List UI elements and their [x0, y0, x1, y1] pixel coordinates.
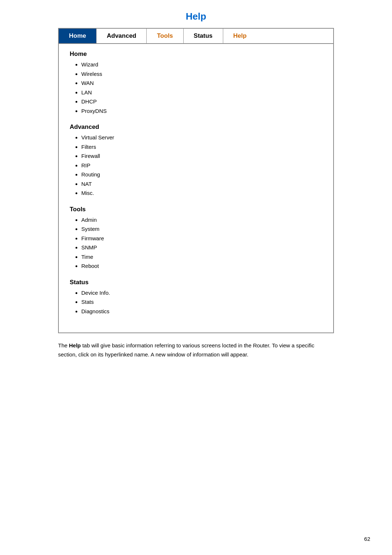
list-item[interactable]: SNMP	[81, 243, 322, 252]
list-item[interactable]: Admin	[81, 215, 322, 225]
section-list-advanced: Virtual Server Filters Firewall RIP Rout…	[70, 133, 322, 198]
section-advanced: Advanced Virtual Server Filters Firewall…	[70, 123, 322, 198]
list-item[interactable]: Virtual Server	[81, 133, 322, 142]
section-title-home: Home	[70, 50, 322, 58]
nav-item-status[interactable]: Status	[184, 29, 223, 43]
list-item[interactable]: Time	[81, 252, 322, 262]
list-item[interactable]: RIP	[81, 161, 322, 170]
main-container: Home Advanced Tools Status Help Home Wiz…	[58, 28, 334, 359]
list-item[interactable]: Wizard	[81, 60, 322, 69]
page-title: Help	[0, 0, 392, 28]
description-bold: Help	[69, 342, 81, 348]
section-title-advanced: Advanced	[70, 123, 322, 131]
list-item[interactable]: Firewall	[81, 151, 322, 161]
list-item[interactable]: NAT	[81, 179, 322, 189]
list-item[interactable]: Firmware	[81, 234, 322, 243]
nav-item-advanced[interactable]: Advanced	[97, 29, 147, 43]
section-tools: Tools Admin System Firmware SNMP Time Re…	[70, 206, 322, 271]
list-item[interactable]: Reboot	[81, 261, 322, 271]
nav-item-home[interactable]: Home	[59, 29, 97, 43]
content-box: Home Wizard Wireless WAN LAN DHCP ProxyD…	[58, 44, 334, 333]
description-text: The Help tab will give basic information…	[58, 341, 334, 359]
list-item[interactable]: System	[81, 224, 322, 234]
section-list-status: Device Info. Stats Diagnostics	[70, 288, 322, 316]
list-item[interactable]: Filters	[81, 142, 322, 152]
list-item[interactable]: WAN	[81, 78, 322, 88]
list-item[interactable]: Misc.	[81, 188, 322, 198]
nav-bar: Home Advanced Tools Status Help	[58, 28, 334, 44]
section-list-tools: Admin System Firmware SNMP Time Reboot	[70, 215, 322, 271]
section-home: Home Wizard Wireless WAN LAN DHCP ProxyD…	[70, 50, 322, 115]
nav-item-tools[interactable]: Tools	[147, 29, 183, 43]
list-item[interactable]: Diagnostics	[81, 307, 322, 316]
list-item[interactable]: Stats	[81, 297, 322, 307]
list-item[interactable]: ProxyDNS	[81, 106, 322, 116]
section-title-tools: Tools	[70, 206, 322, 213]
list-item[interactable]: Device Info.	[81, 288, 322, 298]
list-item[interactable]: Wireless	[81, 69, 322, 79]
list-item[interactable]: DHCP	[81, 97, 322, 106]
list-item[interactable]: Routing	[81, 170, 322, 179]
list-item[interactable]: LAN	[81, 88, 322, 97]
page-number: 62	[364, 536, 370, 542]
section-list-home: Wizard Wireless WAN LAN DHCP ProxyDNS	[70, 60, 322, 115]
nav-item-help[interactable]: Help	[223, 29, 257, 43]
section-status: Status Device Info. Stats Diagnostics	[70, 279, 322, 316]
section-title-status: Status	[70, 279, 322, 286]
